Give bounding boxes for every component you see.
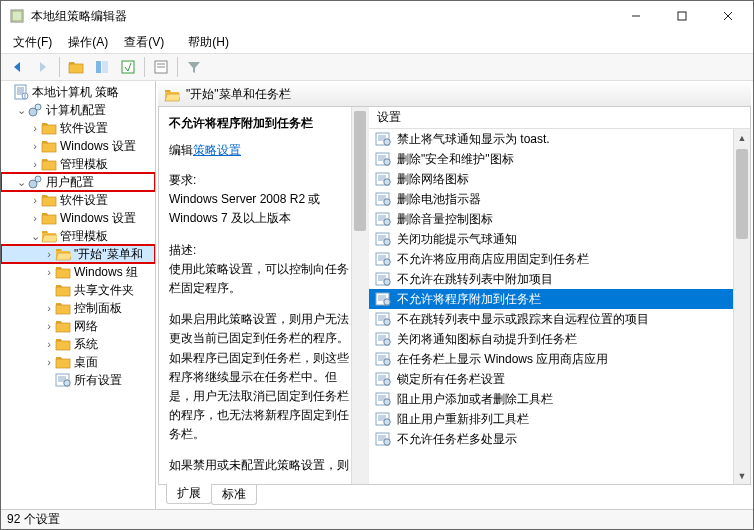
window-title: 本地组策略编辑器 — [31, 8, 613, 25]
menu-help[interactable]: 帮助(H) — [180, 32, 237, 53]
tree-toggle-icon[interactable]: › — [29, 140, 41, 152]
tree-toggle-icon[interactable]: › — [43, 338, 55, 350]
tree-toggle-icon[interactable]: › — [29, 122, 41, 134]
tree-toggle-icon[interactable]: › — [43, 248, 55, 260]
tree-network[interactable]: ›网络 — [1, 317, 155, 335]
tree-toggle-icon[interactable]: › — [29, 158, 41, 170]
list-item[interactable]: 阻止用户添加或者删除工具栏 — [369, 389, 733, 409]
filter-button[interactable] — [182, 55, 206, 79]
show-hide-tree-button[interactable] — [90, 55, 114, 79]
minimize-button[interactable] — [613, 1, 659, 31]
list-item-label: 删除"安全和维护"图标 — [397, 151, 514, 168]
edit-policy-link[interactable]: 策略设置 — [193, 143, 241, 157]
setting-icon — [375, 371, 391, 387]
setting-icon — [375, 211, 391, 227]
tree-item-label: 计算机配置 — [46, 102, 106, 119]
forward-button[interactable] — [31, 55, 55, 79]
folder-icon — [41, 138, 57, 154]
list-item-label: 不允许将程序附加到任务栏 — [397, 291, 541, 308]
tree-windows-components[interactable]: ›Windows 组 — [1, 263, 155, 281]
tree-item-label: 管理模板 — [60, 156, 108, 173]
setting-icon — [375, 411, 391, 427]
properties-button[interactable] — [149, 55, 173, 79]
list-item[interactable]: 关闭将通知图标自动提升到任务栏 — [369, 329, 733, 349]
tree-system[interactable]: ›系统 — [1, 335, 155, 353]
tree-toggle-icon[interactable]: › — [43, 302, 55, 314]
tree-computer-config[interactable]: ⌄计算机配置 — [1, 101, 155, 119]
list-item[interactable]: 不允许将程序附加到任务栏 — [369, 289, 733, 309]
tree-desktop[interactable]: ›桌面 — [1, 353, 155, 371]
tree-toggle-icon[interactable]: › — [43, 356, 55, 368]
list-item[interactable]: 删除音量控制图标 — [369, 209, 733, 229]
list-item[interactable]: 在任务栏上显示 Windows 应用商店应用 — [369, 349, 733, 369]
tree-user-software[interactable]: ›软件设置 — [1, 191, 155, 209]
folder-icon — [55, 246, 71, 262]
folder-icon — [41, 156, 57, 172]
back-button[interactable] — [5, 55, 29, 79]
export-button[interactable] — [116, 55, 140, 79]
desc-scrollbar[interactable] — [351, 107, 368, 484]
folder-icon — [55, 300, 71, 316]
tree-root[interactable]: 本地计算机 策略 — [1, 83, 155, 101]
svg-rect-22 — [102, 61, 108, 73]
folder-icon — [164, 87, 180, 103]
list-item[interactable]: 锁定所有任务栏设置 — [369, 369, 733, 389]
tree-pane[interactable]: 本地计算机 策略⌄计算机配置›软件设置›Windows 设置›管理模板⌄用户配置… — [1, 81, 156, 509]
up-button[interactable] — [64, 55, 88, 79]
tree-toggle-icon[interactable]: ⌄ — [15, 104, 27, 117]
tree-toggle-icon[interactable]: › — [29, 194, 41, 206]
tree-item-label: 共享文件夹 — [74, 282, 134, 299]
menu-file[interactable]: 文件(F) — [5, 32, 60, 53]
list-item[interactable]: 关闭功能提示气球通知 — [369, 229, 733, 249]
tree-control-panel[interactable]: ›控制面板 — [1, 299, 155, 317]
tree-toggle-icon[interactable]: › — [29, 212, 41, 224]
maximize-button[interactable] — [659, 1, 705, 31]
requirements-text: Windows Server 2008 R2 或 Windows 7 及以上版本 — [169, 190, 358, 228]
tree-windows-settings[interactable]: ›Windows 设置 — [1, 137, 155, 155]
scroll-up-icon[interactable]: ▲ — [734, 129, 750, 146]
description-text-2: 如果启用此策略设置，则用户无法更改当前已固定到任务栏的程序。如果程序已固定到任务… — [169, 310, 358, 444]
close-button[interactable] — [705, 1, 751, 31]
scroll-down-icon[interactable]: ▼ — [734, 467, 750, 484]
tree-item-label: 管理模板 — [60, 228, 108, 245]
list-item[interactable]: 禁止将气球通知显示为 toast. — [369, 129, 733, 149]
tree-user-windows[interactable]: ›Windows 设置 — [1, 209, 155, 227]
list-item[interactable]: 不允许在跳转列表中附加项目 — [369, 269, 733, 289]
list-item-label: 锁定所有任务栏设置 — [397, 371, 505, 388]
list-item[interactable]: 删除电池指示器 — [369, 189, 733, 209]
tree-shared-folders[interactable]: 共享文件夹 — [1, 281, 155, 299]
menu-action[interactable]: 操作(A) — [60, 32, 116, 53]
tree-toggle-icon[interactable]: › — [43, 320, 55, 332]
tree-user-admin-templates[interactable]: ⌄管理模板 — [1, 227, 155, 245]
tree-item-label: 系统 — [74, 336, 98, 353]
list-scrollbar[interactable]: ▲ ▼ — [733, 129, 750, 484]
list-item-label: 关闭功能提示气球通知 — [397, 231, 517, 248]
list-item[interactable]: 阻止用户重新排列工具栏 — [369, 409, 733, 429]
folder-icon — [41, 210, 57, 226]
tree-user-config[interactable]: ⌄用户配置 — [1, 173, 155, 191]
settings-icon — [55, 372, 71, 388]
list-item-label: 不允许将应用商店应用固定到任务栏 — [397, 251, 589, 268]
list-header-setting[interactable]: 设置 — [369, 107, 750, 129]
list-item[interactable]: 删除网络图标 — [369, 169, 733, 189]
folder-icon — [55, 354, 71, 370]
tree-item-label: 软件设置 — [60, 120, 108, 137]
tree-toggle-icon[interactable]: › — [43, 266, 55, 278]
tree-toggle-icon[interactable]: ⌄ — [29, 230, 41, 243]
list-item[interactable]: 不允许任务栏多处显示 — [369, 429, 733, 449]
list-item[interactable]: 不在跳转列表中显示或跟踪来自远程位置的项目 — [369, 309, 733, 329]
setting-icon — [375, 131, 391, 147]
tree-toggle-icon[interactable]: ⌄ — [15, 176, 27, 189]
tree-all-settings[interactable]: 所有设置 — [1, 371, 155, 389]
tree-admin-templates[interactable]: ›管理模板 — [1, 155, 155, 173]
tab-extended[interactable]: 扩展 — [166, 484, 212, 504]
menu-view[interactable]: 查看(V) — [116, 32, 172, 53]
list-item[interactable]: 删除"安全和维护"图标 — [369, 149, 733, 169]
tab-standard[interactable]: 标准 — [211, 485, 257, 505]
tree-software-settings[interactable]: ›软件设置 — [1, 119, 155, 137]
tree-item-label: 软件设置 — [60, 192, 108, 209]
tree-start-menu-taskbar[interactable]: ›"开始"菜单和 — [1, 245, 155, 263]
policy-icon — [13, 84, 29, 100]
list-item[interactable]: 不允许将应用商店应用固定到任务栏 — [369, 249, 733, 269]
list-item-label: 删除网络图标 — [397, 171, 469, 188]
